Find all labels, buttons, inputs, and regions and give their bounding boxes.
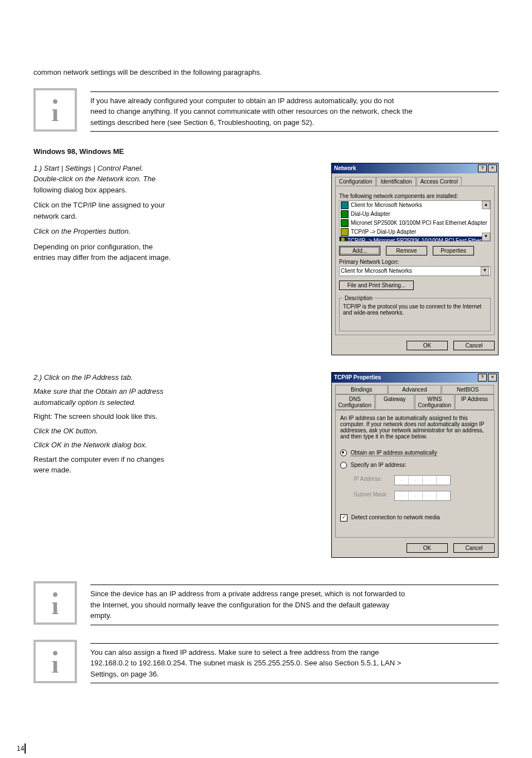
- page-bar: [25, 743, 26, 754]
- radio-icon: [340, 450, 347, 456]
- help-icon[interactable]: ?: [478, 165, 487, 172]
- tab-ipaddress[interactable]: IP Address: [455, 394, 495, 410]
- scroll-down-icon[interactable]: ▼: [482, 233, 490, 241]
- tcpip-title: TCP/IP Properties: [334, 374, 381, 380]
- scroll-up-icon[interactable]: ▲: [482, 201, 490, 209]
- tcpip-tabs: Bindings Advanced NetBIOS DNS Configurat…: [335, 385, 495, 410]
- client-icon: [341, 201, 349, 209]
- tab-dns[interactable]: DNS Configuration: [335, 394, 375, 410]
- ok-button[interactable]: OK: [407, 543, 448, 553]
- help-icon[interactable]: ?: [478, 374, 487, 382]
- label-installed: The following network components are ins…: [339, 193, 491, 199]
- properties-button[interactable]: Properties: [433, 246, 474, 255]
- list-item-selected[interactable]: TCP/IP -> Micronet SP2500K 10/100M PCI F…: [340, 236, 490, 242]
- tab-netbios[interactable]: NetBIOS: [442, 385, 494, 394]
- logon-dropdown[interactable]: Client for Microsoft Networks ▼: [339, 266, 491, 276]
- step2-a: 2.) Click on the IP Address tab.: [33, 372, 322, 383]
- close-icon[interactable]: ×: [488, 165, 497, 172]
- tab-configuration[interactable]: Configuration: [335, 177, 376, 186]
- step1-sd: Depending on prior configuration, the: [33, 242, 322, 253]
- tab-gateway[interactable]: Gateway: [375, 394, 415, 410]
- protocol-icon: [341, 228, 349, 236]
- cancel-button[interactable]: Cancel: [453, 543, 495, 553]
- tcpip-titlebar: TCP/IP Properties ? ×: [332, 373, 498, 383]
- label-logon: Primary Network Logon:: [339, 259, 491, 265]
- step2-d: Right: The screen should look like this.: [33, 411, 322, 422]
- label-mask: Subnet Mask:: [354, 491, 393, 498]
- step1-sc: Click on the Properties button.: [33, 226, 322, 237]
- desc-text: TCP/IP is the protocol you use to connec…: [343, 303, 487, 316]
- step1-b: Double-click on the Network icon. The: [33, 173, 322, 185]
- detect-checkbox[interactable]: ✓ Detect connection to network media: [340, 514, 490, 522]
- tab-advanced[interactable]: Advanced: [388, 385, 441, 394]
- step2-b: Make sure that the Obtain an IP address: [33, 386, 322, 397]
- step1-se: entries may differ from the adjacent ima…: [33, 252, 322, 263]
- lead-line: common network settings will be describe…: [33, 67, 499, 78]
- info1-l1: If you have already configured your comp…: [90, 95, 499, 107]
- chevron-down-icon[interactable]: ▼: [481, 267, 489, 276]
- step1-c: following dialog box appears.: [33, 185, 322, 196]
- components-listbox[interactable]: ▲ ▼ Client for Microsoft Networks Dial-U…: [339, 200, 491, 242]
- ok-button[interactable]: OK: [407, 341, 448, 350]
- radio-icon: [340, 462, 347, 469]
- info1-l3: settings described here (see Section 6, …: [90, 117, 499, 128]
- label-ip: IP Address:: [354, 476, 393, 482]
- step2-e: Click the OK button.: [33, 426, 322, 437]
- step2-h: were made.: [33, 465, 322, 476]
- info1-l2: need to change anything. If you cannot c…: [90, 106, 499, 117]
- info-block-2: ı Since the device has an IP address fro…: [33, 581, 499, 629]
- tab-access-control[interactable]: Access Control: [417, 177, 462, 186]
- info-icon: ı: [33, 581, 77, 625]
- list-item[interactable]: TCP/IP -> Dial-Up Adapter: [340, 228, 490, 236]
- tab-bindings[interactable]: Bindings: [335, 385, 388, 394]
- step2-f: Click OK in the Network dialog box.: [33, 440, 322, 451]
- subnet-mask-input[interactable]: ...: [394, 491, 451, 501]
- checkbox-icon: ✓: [340, 514, 347, 522]
- info3-l1: You can also assign a fixed IP address. …: [90, 647, 499, 658]
- info-icon: ı: [33, 88, 77, 132]
- ip-address-input[interactable]: ...: [394, 475, 451, 485]
- cancel-button[interactable]: Cancel: [453, 341, 495, 350]
- step1-sa: Click on the TCP/IP line assigned to you…: [33, 200, 322, 211]
- tab-identification[interactable]: Identification: [376, 177, 415, 186]
- info2-l1: Since the device has an IP address from …: [90, 588, 499, 600]
- info2-l2: the Internet, you should normally leave …: [90, 600, 499, 611]
- logon-value: Client for Microsoft Networks: [341, 268, 412, 274]
- tab-wins[interactable]: WINS Configuration: [415, 394, 454, 410]
- remove-button[interactable]: Remove: [386, 246, 427, 255]
- desc-title: Description: [343, 295, 374, 301]
- adapter-icon: [341, 219, 349, 227]
- tcpip-dialog: TCP/IP Properties ? × Bindings Advanced …: [331, 372, 499, 558]
- step2-g: Restart the computer even if no changes: [33, 454, 322, 465]
- list-item[interactable]: Client for Microsoft Networks: [340, 201, 490, 210]
- info-icon: ı: [33, 640, 77, 683]
- info3-l3: Settings, on page 36.: [90, 669, 499, 680]
- step2-c: automatically option is selected.: [33, 397, 322, 408]
- info-block-3: ı You can also assign a fixed IP address…: [33, 640, 499, 687]
- add-button[interactable]: Add...: [339, 246, 380, 255]
- network-title: Network: [334, 165, 356, 171]
- list-item[interactable]: Micronet SP2500K 10/100M PCI Fast Ethern…: [340, 219, 490, 228]
- info-block-1: ı If you have already configured your co…: [33, 88, 499, 136]
- radio-auto[interactable]: Obtain an IP address automatically: [340, 450, 490, 456]
- file-sharing-button[interactable]: File and Print Sharing...: [339, 281, 414, 290]
- tcpip-desc: An IP address can be automatically assig…: [340, 415, 490, 440]
- protocol-icon: [341, 237, 345, 242]
- info3-l2: 192.168.0.2 to 192.168.0.254. The subnet…: [90, 658, 499, 669]
- network-tabs: Configuration Identification Access Cont…: [335, 177, 495, 186]
- info2-l3: empty.: [90, 610, 499, 621]
- step1-a: 1.) Start | Settings | Control Panel.: [33, 163, 322, 174]
- os-heading: Windows 98, Windows ME: [33, 146, 499, 157]
- close-icon[interactable]: ×: [488, 374, 497, 382]
- network-dialog: Network ? × Configuration Identification…: [331, 163, 499, 355]
- radio-specify[interactable]: Specify an IP address:: [340, 462, 490, 469]
- page-number: 14: [17, 745, 24, 752]
- list-item[interactable]: Dial-Up Adapter: [340, 210, 490, 219]
- adapter-icon: [341, 210, 349, 218]
- step1-sb: network card.: [33, 211, 322, 222]
- network-titlebar: Network ? ×: [332, 163, 498, 173]
